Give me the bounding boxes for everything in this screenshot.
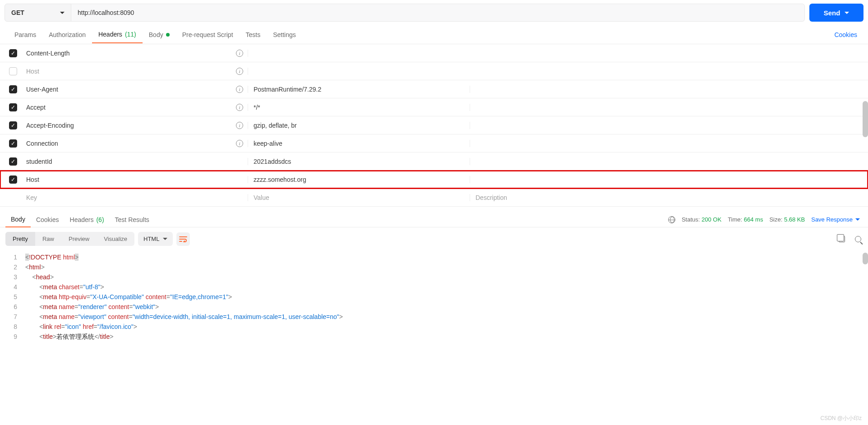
resp-tab-body[interactable]: Body [5,212,31,227]
view-raw[interactable]: Raw [35,232,61,246]
method-label: GET [11,9,24,16]
chevron-down-icon [163,238,167,240]
chevron-down-icon [845,12,849,14]
body-dot-icon [166,33,170,37]
header-value[interactable]: keep-alive [248,140,470,147]
response-body-code[interactable]: 1<!DOCTYPE html> 2<html> 3 <head> 4 <met… [0,250,868,346]
row-checkbox[interactable]: ✓ [9,85,17,93]
url-input[interactable]: http://localhost:8090 [71,4,805,22]
row-checkbox[interactable] [9,67,17,75]
view-pretty[interactable]: Pretty [5,232,35,246]
tab-headers[interactable]: Headers (11) [92,26,143,43]
table-row[interactable]: ✓ Content-Lengthi [0,44,868,62]
info-icon[interactable]: i [236,104,243,111]
header-key[interactable]: User-Agent [26,86,58,93]
cookies-link[interactable]: Cookies [834,31,860,38]
status-value: 200 OK [702,216,721,223]
table-row[interactable]: ✓ Host zzzz.somehost.org [0,171,868,189]
resp-tab-test-results[interactable]: Test Results [110,212,155,227]
table-row[interactable]: ✓ Accept-Encodingi gzip, deflate, br [0,116,868,134]
header-key[interactable]: Accept [26,104,46,111]
header-value[interactable]: gzip, deflate, br [248,122,470,129]
response-tabs: Body Cookies Headers (6) Test Results St… [0,208,868,227]
chevron-down-icon [855,218,860,221]
size-value: 5.68 KB [784,216,805,223]
tab-authorization[interactable]: Authorization [42,27,92,43]
time-group: Time: 664 ms [728,216,763,223]
headers-count-badge: (11) [125,31,136,38]
tab-settings[interactable]: Settings [267,27,302,43]
header-key[interactable]: studentId [26,158,52,165]
header-key[interactable]: Host [26,68,39,75]
size-group: Size: 5.68 KB [769,216,805,223]
header-key[interactable]: Content-Length [26,50,70,57]
info-icon[interactable]: i [236,86,243,93]
info-icon[interactable]: i [236,68,243,75]
tab-params[interactable]: Params [8,27,42,43]
view-visualize[interactable]: Visualize [97,232,134,246]
header-value[interactable]: zzzz.somehost.org [248,176,470,183]
header-desc-input[interactable]: Description [470,194,868,201]
save-response-button[interactable]: Save Response [811,216,860,223]
copy-icon[interactable] [837,235,846,244]
row-checkbox[interactable]: ✓ [9,49,17,57]
view-mode-segment: Pretty Raw Preview Visualize [5,232,134,246]
resp-tab-cookies[interactable]: Cookies [31,212,65,227]
search-icon[interactable] [854,235,863,244]
row-checkbox[interactable]: ✓ [9,176,17,184]
resp-headers-count: (6) [96,216,104,223]
row-checkbox[interactable]: ✓ [9,157,17,166]
time-value: 664 ms [744,216,763,223]
table-row[interactable]: ✓ Accepti */* [0,98,868,116]
table-row[interactable]: Hosti [0,62,868,80]
headers-table: ✓ Content-Lengthi Hosti ✓ User-Agenti Po… [0,44,868,207]
scrollbar-thumb[interactable] [863,101,868,137]
header-value-input[interactable]: Value [248,194,470,201]
table-row[interactable]: ✓ Connectioni keep-alive [0,134,868,152]
info-icon[interactable]: i [236,122,243,129]
body-toolbar: Pretty Raw Preview Visualize HTML [0,227,868,250]
table-row-new[interactable]: Key Value Description [0,189,868,207]
resp-tab-headers[interactable]: Headers (6) [65,212,110,227]
scrollbar-thumb[interactable] [863,253,868,264]
table-row[interactable]: ✓ User-Agenti PostmanRuntime/7.29.2 [0,80,868,98]
header-value[interactable]: 2021addsdcs [248,158,470,165]
header-key[interactable]: Host [26,176,39,183]
line-wrap-button[interactable] [176,232,190,246]
tab-prerequest[interactable]: Pre-request Script [176,27,240,43]
chevron-down-icon [60,12,65,14]
body-format-select[interactable]: HTML [138,232,173,246]
status-group: Status: 200 OK [682,216,721,223]
header-key-input[interactable]: Key [26,194,248,201]
http-method-select[interactable]: GET [5,4,71,22]
tab-body[interactable]: Body [143,27,176,43]
header-key[interactable]: Accept-Encoding [26,122,74,129]
info-icon[interactable]: i [236,50,243,57]
send-label: Send [824,9,840,17]
row-checkbox[interactable]: ✓ [9,139,17,148]
send-button[interactable]: Send [809,4,863,22]
view-preview[interactable]: Preview [61,232,97,246]
globe-icon[interactable] [668,216,675,223]
header-value[interactable]: PostmanRuntime/7.29.2 [248,86,470,93]
header-key[interactable]: Connection [26,140,58,147]
row-checkbox[interactable]: ✓ [9,103,17,111]
header-value[interactable]: */* [248,104,470,111]
response-status-bar: Status: 200 OK Time: 664 ms Size: 5.68 K… [668,216,860,223]
url-value: http://localhost:8090 [78,9,134,16]
request-bar: GET http://localhost:8090 Send [0,0,868,25]
tab-tests[interactable]: Tests [240,27,267,43]
request-tabs: Params Authorization Headers (11) Body P… [0,25,868,44]
table-row[interactable]: ✓ studentId 2021addsdcs [0,152,868,171]
info-icon[interactable]: i [236,140,243,147]
row-checkbox[interactable]: ✓ [9,121,17,129]
